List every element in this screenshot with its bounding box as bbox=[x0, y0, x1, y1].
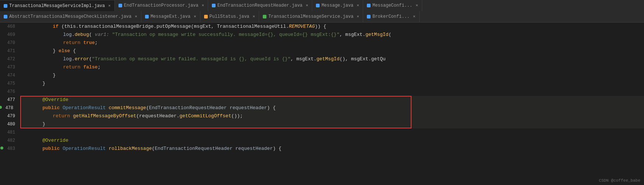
file-icon bbox=[145, 15, 149, 18]
code-content: public OperationResult commitMessage(End… bbox=[42, 104, 276, 112]
code-content: } bbox=[42, 120, 45, 128]
watermark: CSDN @coffee_babe bbox=[599, 178, 640, 183]
close-icon[interactable]: × bbox=[202, 3, 204, 8]
tab-tab3[interactable]: EndTransactionRequestHeader.java× bbox=[208, 0, 312, 11]
tab-tab7[interactable]: MessageExt.java× bbox=[141, 11, 200, 22]
tab-bar: TransactionalMessageServiceImpl.java×End… bbox=[0, 0, 644, 23]
tab-label: EndTransactionProcessor.java bbox=[124, 3, 199, 8]
tab-tab1[interactable]: TransactionalMessageServiceImpl.java× bbox=[0, 0, 115, 11]
code-line: } bbox=[22, 80, 644, 88]
tab-row-1: TransactionalMessageServiceImpl.java×End… bbox=[0, 0, 644, 11]
tab-label: TransactionalMessageServiceImpl.java bbox=[9, 3, 105, 9]
line-number: 481 bbox=[5, 128, 15, 137]
gutter-line: 470 bbox=[0, 39, 17, 47]
line-number: 477 bbox=[5, 96, 15, 104]
close-icon[interactable]: × bbox=[135, 14, 137, 19]
code-content: } else { bbox=[53, 47, 76, 55]
gutter-line: 472 bbox=[0, 55, 17, 63]
close-icon[interactable]: × bbox=[416, 3, 418, 8]
gutter-line: 482 bbox=[0, 137, 17, 145]
line-number: 471 bbox=[5, 47, 15, 55]
tab-tab2[interactable]: EndTransactionProcessor.java× bbox=[115, 0, 208, 11]
editor-container: 4684694704714724734744754764774784794804… bbox=[0, 23, 644, 185]
tab-row-2: AbstractTransactionalMessageCheckListene… bbox=[0, 11, 644, 22]
file-icon bbox=[204, 15, 208, 18]
code-line: public OperationResult commitMessage(End… bbox=[22, 104, 644, 112]
line-number: 469 bbox=[5, 31, 15, 39]
gutter-indicator bbox=[0, 145, 4, 153]
close-icon[interactable]: × bbox=[357, 3, 359, 8]
code-content: public OperationResult rollbackMessage(E… bbox=[42, 145, 282, 153]
gutter-indicator bbox=[0, 104, 2, 112]
tab-tab9[interactable]: TransactionalMessageService.java× bbox=[259, 11, 363, 22]
editor: 4684694704714724734744754764774784794804… bbox=[0, 23, 644, 185]
file-icon bbox=[118, 4, 122, 7]
code-content: @Override bbox=[42, 137, 68, 145]
gutter-line: 473 bbox=[0, 63, 17, 71]
code-line: } else { bbox=[22, 47, 644, 55]
file-icon bbox=[4, 4, 7, 8]
tab-label: AbstractTransactionalMessageCheckListene… bbox=[9, 14, 131, 19]
line-number: 483 bbox=[5, 145, 15, 153]
close-icon[interactable]: × bbox=[108, 4, 111, 8]
breakpoint-dot bbox=[0, 104, 2, 112]
line-number: 479 bbox=[5, 112, 15, 120]
code-line: @Override bbox=[22, 96, 644, 104]
file-icon bbox=[4, 15, 7, 18]
breakpoint-dot bbox=[0, 145, 3, 153]
tab-label: MessageExt.java bbox=[151, 14, 190, 19]
tab-label: TransactionalMessageService.java bbox=[268, 14, 353, 19]
editor-window: TransactionalMessageServiceImpl.java×End… bbox=[0, 0, 644, 185]
file-icon bbox=[212, 4, 216, 7]
close-icon[interactable]: × bbox=[306, 3, 309, 8]
code-content: } bbox=[42, 80, 45, 88]
close-icon[interactable]: × bbox=[253, 14, 255, 19]
close-icon[interactable]: × bbox=[413, 14, 416, 19]
file-icon bbox=[367, 4, 371, 7]
code-line: return false; bbox=[22, 63, 644, 71]
code-area: if (this.transactionalMessageBridge.putO… bbox=[20, 23, 644, 185]
gutter-line: 479 bbox=[0, 112, 17, 120]
line-number: 478 bbox=[3, 104, 13, 112]
gutter-line: 468 bbox=[0, 23, 17, 31]
gutter-line: 478 bbox=[0, 104, 17, 112]
code-line: } bbox=[22, 120, 644, 128]
tab-tab10[interactable]: BrokerConfi...× bbox=[363, 11, 419, 22]
code-content: log.debug( var1: "Transaction op message… bbox=[63, 31, 391, 39]
tab-tab4[interactable]: Message.java× bbox=[312, 0, 363, 11]
code-content: log.error("Transaction op message write … bbox=[63, 55, 386, 63]
tab-label: PullStatus.java bbox=[210, 14, 249, 19]
gutter-line: 476 bbox=[0, 88, 17, 96]
line-number: 472 bbox=[5, 55, 15, 63]
line-number: 468 bbox=[5, 23, 15, 31]
gutter-line: 481 bbox=[0, 128, 17, 137]
code-line: return getHalfMessageByOffset(requestHea… bbox=[22, 112, 644, 120]
code-line: log.error("Transaction op message write … bbox=[22, 55, 644, 63]
code-content: @Override bbox=[42, 96, 68, 104]
line-number: 474 bbox=[5, 71, 15, 80]
code-line: @Override bbox=[22, 137, 644, 145]
gutter-line: 475 bbox=[0, 80, 17, 88]
tab-label: EndTransactionRequestHeader.java bbox=[217, 3, 302, 8]
file-icon bbox=[367, 15, 371, 18]
close-icon[interactable]: × bbox=[194, 14, 196, 19]
close-icon[interactable]: × bbox=[357, 14, 359, 19]
code-content: if (this.transactionalMessageBridge.putO… bbox=[53, 23, 326, 31]
tab-label: MessageConfi... bbox=[372, 3, 412, 8]
line-number: 476 bbox=[5, 88, 15, 96]
code-content: } bbox=[53, 71, 56, 80]
code-line: if (this.transactionalMessageBridge.putO… bbox=[22, 23, 644, 31]
gutter-line: 477 bbox=[0, 96, 17, 104]
gutter-line: 469 bbox=[0, 31, 17, 39]
tab-tab8[interactable]: PullStatus.java× bbox=[200, 11, 259, 22]
line-number: 480 bbox=[5, 120, 15, 128]
code-line bbox=[22, 88, 644, 96]
file-icon bbox=[316, 4, 320, 7]
tab-tab5[interactable]: MessageConfi...× bbox=[363, 0, 422, 11]
gutter-line: 471 bbox=[0, 47, 17, 55]
tab-tab6[interactable]: AbstractTransactionalMessageCheckListene… bbox=[0, 11, 141, 22]
line-number: 482 bbox=[5, 137, 15, 145]
gutter-line: 483 bbox=[0, 145, 17, 153]
tab-label: BrokerConfi... bbox=[372, 14, 410, 19]
code-content: return true; bbox=[63, 39, 98, 47]
